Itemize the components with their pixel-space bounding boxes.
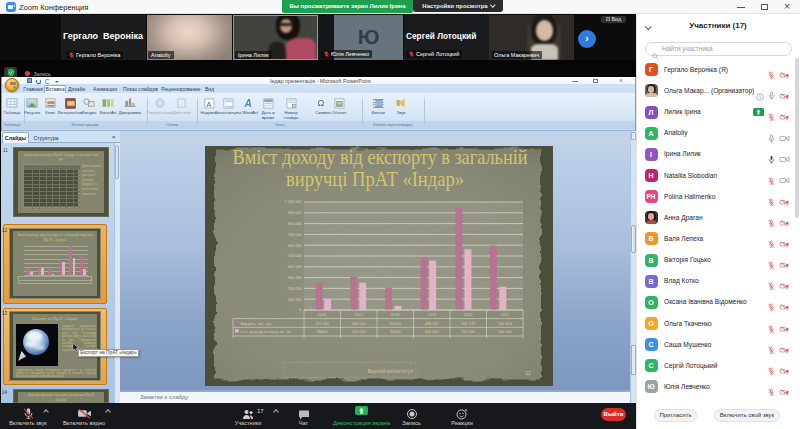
svg-text:941 476: 941 476 [461, 321, 475, 326]
svg-text:35000: 35000 [390, 329, 402, 334]
svg-text:12: 12 [525, 370, 531, 376]
svg-text:0: 0 [299, 308, 301, 312]
svg-text:488 581: 488 581 [425, 321, 439, 326]
svg-text:Виручка, тис. грн.: Виручка, тис. грн. [241, 321, 273, 326]
svg-text:в т.ч. дохід від експорту, тис: в т.ч. дохід від експорту, тис. грн. [241, 330, 293, 334]
svg-text:800 000: 800 000 [288, 222, 302, 226]
svg-text:550 000: 550 000 [461, 329, 476, 334]
svg-text:300 000: 300 000 [288, 276, 302, 280]
svg-text:2020: 2020 [464, 312, 473, 317]
svg-text:200 000: 200 000 [288, 287, 302, 291]
svg-text:виручці ПрАТ «Індар»: виручці ПрАТ «Індар» [286, 167, 464, 191]
svg-text:400 000: 400 000 [288, 265, 302, 269]
svg-text:190000: 190000 [389, 321, 403, 326]
svg-text:700 000: 700 000 [288, 233, 302, 237]
svg-text:250 000: 250 000 [315, 321, 330, 326]
svg-text:200 000: 200 000 [498, 329, 513, 334]
svg-text:2017: 2017 [354, 312, 363, 317]
svg-text:300 000: 300 000 [352, 321, 367, 326]
svg-text:2016: 2016 [318, 312, 327, 317]
svg-text:590 814: 590 814 [498, 321, 513, 326]
svg-text:600 000: 600 000 [288, 244, 302, 248]
svg-text:2021: 2021 [500, 312, 509, 317]
svg-text:99000: 99000 [317, 329, 329, 334]
svg-text:450 000: 450 000 [425, 329, 440, 334]
svg-text:2019: 2019 [427, 312, 436, 317]
svg-text:900 000: 900 000 [288, 211, 302, 215]
svg-text:2018: 2018 [391, 312, 400, 317]
svg-text:500 000: 500 000 [288, 254, 302, 258]
svg-text:1 000 000: 1 000 000 [285, 200, 302, 204]
svg-text:100 000: 100 000 [288, 298, 302, 302]
svg-text:250 000: 250 000 [352, 329, 367, 334]
svg-text:Верхній колонтитул: Верхній колонтитул [367, 368, 413, 374]
svg-text:Вміст доходу від експорту в за: Вміст доходу від експорту в загальній [233, 146, 528, 169]
